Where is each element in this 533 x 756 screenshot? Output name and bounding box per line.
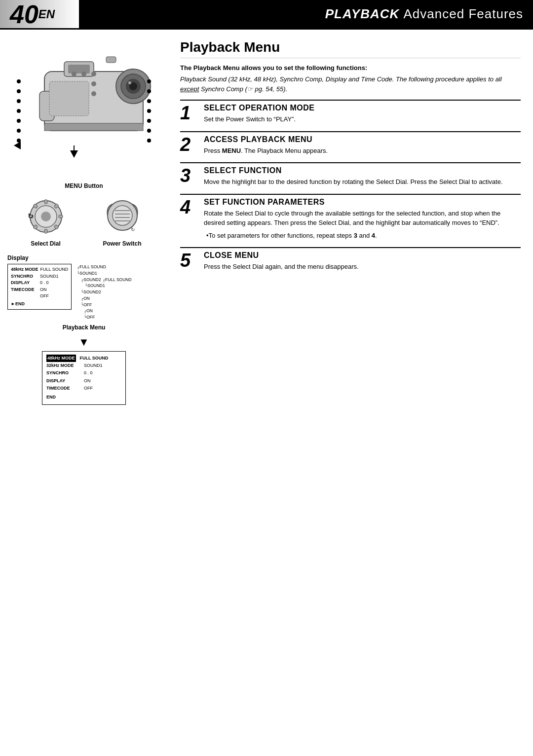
svg-point-34 [147, 89, 151, 93]
section-label: PLAYBACK [325, 6, 400, 22]
step-1-content: SELECT OPERATION MODE Set the Power Swit… [204, 104, 521, 124]
page-num-value: 40 [10, 1, 38, 27]
menu2-row: 48kHz MODE FULL SOUND [46, 355, 121, 362]
select-dial-svg: ↻ [24, 197, 68, 236]
menu2-row: 32kHz MODE SOUND1 [46, 362, 121, 369]
step-2-body: Press MENU. The Playback Menu appears. [204, 146, 521, 156]
playback-menu-label: Playback Menu [7, 324, 160, 331]
svg-text:↻: ↻ [28, 212, 34, 220]
display-label: Display [7, 254, 160, 261]
camcorder-illustration: MENU [10, 39, 158, 178]
menu-row: DISPLAY 0 . 0 [11, 280, 68, 287]
highlighted-item: 48kHz MODE [46, 355, 76, 362]
step-3: 3 SELECT FUNCTION Move the highlight bar… [180, 162, 521, 187]
svg-marker-7 [14, 142, 21, 149]
intro-italic-text: Playback Sound (32 kHz, 48 kHz), Synchro… [180, 74, 521, 94]
svg-point-35 [147, 99, 151, 103]
step-5-content: CLOSE MENU Press the Select Dial again, … [204, 251, 521, 272]
menu-box-2: 48kHz MODE FULL SOUND 32kHz MODE SOUND1 … [42, 351, 126, 405]
svg-point-26 [91, 91, 96, 96]
select-dial-label: Select Dial [24, 240, 68, 247]
tree-line: ┌SOUND2 ┌FULL SOUND [80, 277, 131, 283]
svg-point-33 [147, 79, 151, 83]
left-column: MENU MENU Button [0, 30, 168, 415]
step-2-content: ACCESS PLAYBACK MENU Press MENU. The Pla… [204, 135, 521, 156]
svg-point-37 [147, 119, 151, 123]
svg-point-42 [41, 212, 51, 221]
menu2-row: SYNCHRO 0 . 0 [46, 369, 121, 377]
page-header: 40EN PLAYBACK Advanced Features [0, 0, 533, 30]
main-content: MENU MENU Button [0, 30, 533, 415]
display-section: Display 48kHz MODE FULL SOUND SYNCHRO SO… [7, 254, 160, 405]
svg-rect-16 [68, 65, 90, 73]
step-4-bullet: •To set parameters for other functions, … [211, 231, 521, 241]
tree-line: ┌ON [83, 308, 131, 314]
step-5-body: Press the Select Dial again, and the men… [204, 262, 521, 272]
menu-row: SYNCHRO SOUND1 [11, 273, 68, 280]
tree-line: └SOUND1 [84, 283, 131, 289]
svg-point-18 [72, 72, 76, 76]
step-2-heading: ACCESS PLAYBACK MENU [204, 135, 521, 144]
svg-rect-17 [106, 57, 116, 63]
tree-line: └OFF [80, 302, 131, 308]
camcorder-svg: MENU [10, 39, 158, 178]
step-4-body: Rotate the Select Dial to cycle through … [204, 209, 521, 228]
svg-point-20 [91, 72, 96, 76]
intro-bold-text: The Playback Menu allows you to set the … [180, 64, 521, 72]
step-num-5: 5 [180, 251, 200, 272]
step-3-heading: SELECT FUNCTION [204, 166, 521, 175]
svg-point-36 [147, 109, 151, 113]
step-num-2: 2 [180, 135, 200, 156]
svg-point-23 [91, 81, 96, 86]
tree-line: └OFF [83, 314, 131, 321]
step-num-1: 1 [180, 104, 200, 124]
tree-diagram: ┌FULL SOUND └SOUND1 ┌SOUND2 ┌FULL SOUND … [74, 264, 134, 322]
menu-row: TIMECODE ON [11, 287, 68, 293]
page-number: 40EN [0, 0, 79, 28]
menu2-row: DISPLAY ON [46, 377, 121, 385]
arrow-down: ▼ [7, 336, 160, 349]
select-dial-item: ↻ Select Dial [24, 197, 68, 247]
step-1: 1 SELECT OPERATION MODE Set the Power Sw… [180, 100, 521, 124]
tree-line: ┌ON [80, 295, 131, 302]
right-column: Playback Menu The Playback Menu allows y… [168, 30, 533, 415]
svg-point-13 [128, 81, 131, 84]
svg-text:↻: ↻ [131, 227, 135, 232]
menu2-row: TIMECODE OFF [46, 385, 121, 392]
step-5-heading: CLOSE MENU [204, 251, 521, 260]
step-2: 2 ACCESS PLAYBACK MENU Press MENU. The P… [180, 131, 521, 156]
step-3-content: SELECT FUNCTION Move the highlight bar t… [204, 166, 521, 187]
svg-point-38 [147, 129, 151, 133]
svg-marker-31 [70, 150, 78, 158]
power-switch-item: ↻ Power Switch [100, 197, 145, 247]
menu-row: OFF [11, 293, 68, 300]
step-4: 4 SET FUNCTION PARAMETERS Rotate the Sel… [180, 194, 521, 241]
menu-box-1: 48kHz MODE FULL SOUND SYNCHRO SOUND1 DIS… [7, 264, 72, 310]
power-switch-svg: ↻ [100, 197, 145, 236]
dials-row: ↻ Select Dial ↻ [7, 197, 160, 247]
svg-point-53 [113, 206, 132, 225]
step-1-body: Set the Power Switch to “PLAY”. [204, 114, 521, 124]
step-3-body: Move the highlight bar to the desired fu… [204, 177, 521, 187]
header-title: PLAYBACK Advanced Features [79, 0, 533, 28]
svg-point-1 [17, 89, 21, 93]
step-5: 5 CLOSE MENU Press the Select Dial again… [180, 247, 521, 272]
svg-rect-45 [59, 215, 63, 218]
page-title: Playback Menu [180, 39, 521, 58]
svg-point-5 [17, 129, 21, 133]
svg-rect-29 [44, 123, 143, 131]
svg-rect-43 [44, 200, 47, 204]
svg-point-0 [17, 79, 21, 83]
svg-point-3 [17, 109, 21, 113]
tree-line: └SOUND2 [80, 289, 131, 295]
page-suffix: EN [38, 8, 55, 20]
svg-rect-47 [44, 229, 47, 233]
step-num-3: 3 [180, 166, 200, 187]
title-rest: Advanced Features [404, 6, 523, 22]
menu-button-label: MENU Button [7, 182, 160, 189]
svg-point-39 [147, 139, 151, 143]
tree-line: └SOUND1 [76, 270, 131, 277]
menu-row: 48kHz MODE FULL SOUND [11, 266, 68, 273]
end-row: ►END [11, 301, 68, 308]
svg-point-19 [81, 72, 86, 76]
